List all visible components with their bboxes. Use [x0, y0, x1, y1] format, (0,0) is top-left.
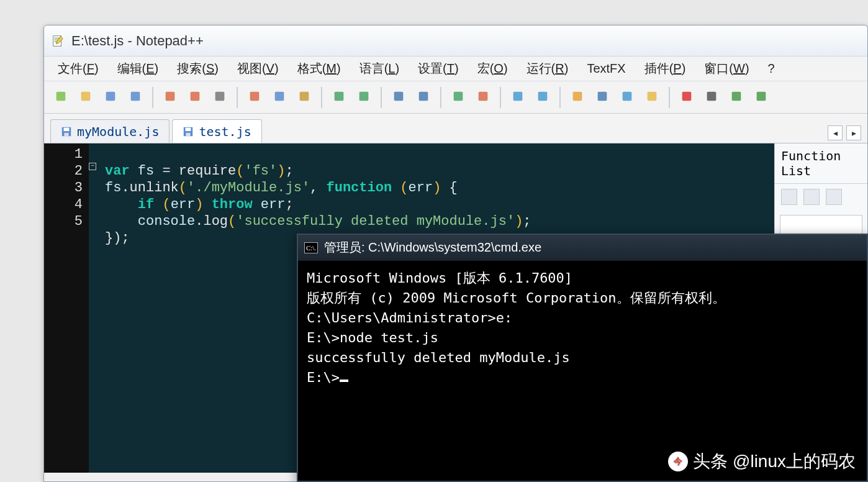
tab-label: test.js — [199, 124, 251, 139]
print-button[interactable] — [209, 87, 230, 108]
svg-rect-22 — [648, 91, 657, 101]
npp-tabbar: myModule.jstest.js ◂ ▸ — [44, 114, 867, 143]
play-button[interactable] — [726, 87, 747, 108]
svg-rect-15 — [454, 91, 463, 101]
stop-button[interactable] — [701, 87, 722, 108]
kw-var: var — [105, 163, 130, 179]
copy-button[interactable] — [269, 87, 290, 108]
tab-myModule-js[interactable]: myModule.js — [50, 119, 170, 143]
menu-TextFX[interactable]: TextFX — [578, 59, 634, 78]
menu-文件[interactable]: 文件(F) — [49, 58, 107, 80]
tab-label: myModule.js — [77, 124, 159, 139]
function-list-header: Function List — [775, 143, 867, 184]
lang-button[interactable] — [641, 87, 662, 108]
npp-toolbar — [44, 81, 867, 114]
line-number: 2 — [44, 163, 83, 180]
close-all-button[interactable] — [184, 87, 206, 108]
lang-icon — [645, 89, 659, 106]
svg-rect-29 — [64, 132, 68, 135]
menu-宏[interactable]: 宏(O) — [469, 58, 517, 80]
close-button[interactable] — [160, 87, 181, 108]
cmd-body[interactable]: Microsoft Windows [版本 6.1.7600]版权所有 (c) … — [298, 261, 867, 395]
menu-窗口[interactable]: 窗口(W) — [695, 58, 757, 80]
zoom-out-button[interactable] — [472, 87, 494, 108]
toolbar-separator — [500, 87, 501, 108]
sync-v-icon — [511, 89, 525, 106]
fnlist-btn-3[interactable] — [826, 189, 842, 205]
watermark: 今 头条 @linux上的码农 — [668, 450, 856, 473]
play-multi-button[interactable] — [751, 87, 772, 108]
svg-rect-25 — [732, 91, 741, 101]
show-all-button[interactable] — [592, 87, 613, 108]
toolbar-separator — [152, 87, 153, 108]
wrap-button[interactable] — [567, 87, 588, 108]
svg-rect-17 — [513, 91, 523, 101]
tab-nav: ◂ ▸ — [828, 125, 861, 143]
watermark-brand: 头条 — [693, 450, 728, 473]
play-icon — [730, 89, 743, 106]
watermark-handle: @linux上的码农 — [733, 450, 856, 473]
sync-h-button[interactable] — [532, 87, 553, 108]
open-file-button[interactable] — [75, 87, 96, 108]
menu-插件[interactable]: 插件(P) — [636, 58, 695, 80]
svg-rect-32 — [186, 132, 191, 135]
find-replace-button[interactable] — [413, 87, 434, 108]
cmd-app-icon: C:\. — [304, 242, 318, 253]
cut-icon — [248, 89, 261, 106]
sync-v-button[interactable] — [507, 87, 528, 108]
zoom-in-icon — [451, 89, 465, 106]
svg-rect-8 — [250, 91, 260, 101]
zoom-in-button[interactable] — [448, 87, 469, 108]
menu-运行[interactable]: 运行(R) — [518, 58, 577, 80]
svg-rect-19 — [573, 91, 582, 101]
svg-rect-7 — [215, 91, 225, 101]
redo-button[interactable] — [353, 87, 374, 108]
line-number-gutter: 12345 — [44, 143, 89, 473]
menu-help[interactable]: ? — [759, 59, 784, 78]
toolbar-separator — [237, 87, 238, 108]
undo-button[interactable] — [328, 87, 350, 108]
play-multi-icon — [754, 89, 768, 106]
find-icon — [392, 89, 405, 106]
fnlist-btn-1[interactable] — [781, 189, 797, 205]
menu-视图[interactable]: 视图(V) — [228, 58, 287, 80]
svg-rect-23 — [682, 91, 692, 101]
svg-rect-12 — [359, 91, 369, 101]
disk-icon — [61, 126, 72, 137]
fold-column[interactable]: − — [89, 143, 101, 473]
svg-rect-26 — [757, 91, 766, 101]
cmd-title-text: 管理员: C:\Windows\system32\cmd.exe — [324, 239, 541, 256]
save-button[interactable] — [100, 87, 121, 108]
svg-rect-1 — [57, 91, 66, 101]
find-button[interactable] — [388, 87, 409, 108]
sync-h-icon — [536, 89, 549, 106]
paste-button[interactable] — [294, 87, 315, 108]
tab-next-button[interactable]: ▸ — [846, 125, 861, 140]
menu-搜索[interactable]: 搜索(S) — [168, 58, 227, 80]
tab-prev-button[interactable]: ◂ — [828, 125, 843, 140]
svg-rect-18 — [538, 91, 548, 101]
svg-rect-16 — [479, 91, 488, 101]
find-replace-icon — [417, 89, 430, 106]
toolbar-separator — [559, 87, 561, 108]
print-icon — [213, 89, 227, 106]
new-file-button[interactable] — [50, 87, 71, 108]
fold-toggle-icon[interactable]: − — [89, 163, 96, 170]
fnlist-btn-2[interactable] — [803, 189, 820, 205]
svg-rect-24 — [707, 91, 717, 101]
save-all-button[interactable] — [125, 87, 146, 108]
menu-语言[interactable]: 语言(L) — [351, 58, 408, 80]
menu-格式[interactable]: 格式(M) — [289, 58, 350, 80]
indent-guide-button[interactable] — [617, 87, 638, 108]
menu-设置[interactable]: 设置(T) — [409, 58, 468, 80]
open-file-icon — [79, 89, 93, 106]
cmd-titlebar[interactable]: C:\. 管理员: C:\Windows\system32\cmd.exe — [298, 235, 867, 261]
record-button[interactable] — [676, 87, 697, 108]
menu-编辑[interactable]: 编辑(E) — [109, 58, 168, 80]
cut-button[interactable] — [244, 87, 265, 108]
npp-titlebar[interactable]: E:\test.js - Notepad++ — [44, 25, 867, 57]
copy-icon — [273, 89, 286, 106]
stop-icon — [705, 89, 718, 106]
tab-test-js[interactable]: test.js — [172, 119, 261, 143]
undo-icon — [332, 89, 346, 106]
